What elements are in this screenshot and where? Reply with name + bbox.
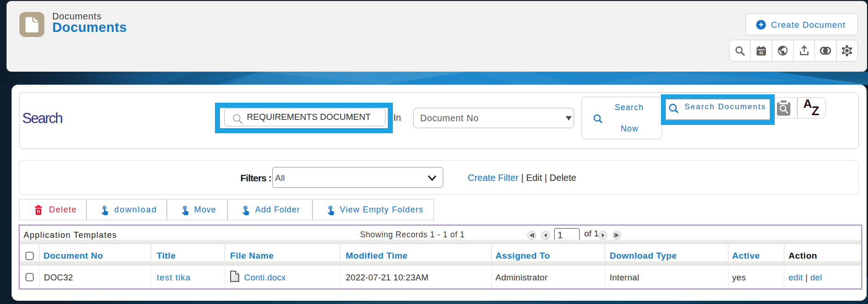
svg-text:31: 31 [759, 50, 764, 55]
